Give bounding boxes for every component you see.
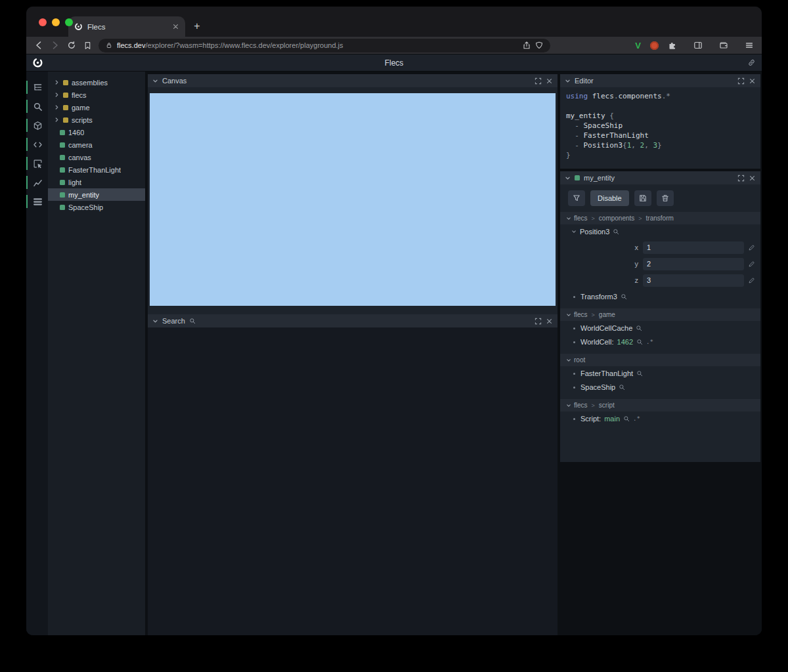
rail-button-chart[interactable] [26, 176, 48, 189]
tree-item-assemblies[interactable]: assemblies [48, 76, 145, 89]
chevron-down-icon[interactable] [566, 216, 571, 221]
back-button-icon[interactable] [34, 41, 43, 50]
tree-item-my_entity[interactable]: my_entity [48, 188, 145, 201]
address-bar[interactable]: flecs.dev/explorer/?wasm=https://www.fle… [98, 39, 550, 52]
forward-button-icon[interactable] [51, 41, 60, 50]
magnifier-icon[interactable] [636, 325, 642, 331]
share-link-icon[interactable] [747, 58, 756, 67]
zoom-window-button[interactable] [65, 18, 73, 26]
collapse-panel-icon[interactable] [565, 175, 571, 181]
app-title: Flecs [385, 58, 404, 68]
pencil-icon[interactable] [748, 244, 755, 251]
magnifier-icon[interactable] [636, 370, 643, 377]
chevron-right-icon[interactable] [54, 79, 60, 85]
chevron-right-icon[interactable] [54, 92, 60, 98]
entity-square-icon [60, 192, 65, 198]
collapse-panel-icon[interactable] [565, 78, 571, 84]
tree-item-scripts[interactable]: scripts [48, 114, 145, 126]
save-button[interactable] [634, 190, 651, 206]
close-panel-icon[interactable] [546, 318, 553, 325]
script-editor[interactable]: using flecs.components.* my_entity { - S… [560, 87, 760, 169]
close-panel-icon[interactable] [749, 175, 756, 182]
close-panel-icon[interactable] [749, 77, 756, 85]
inspector-section-header[interactable]: flecs>components>transform [560, 212, 760, 224]
tree-item-game[interactable]: game [48, 101, 145, 114]
chevron-right-icon[interactable] [54, 104, 60, 110]
inspector-section-header[interactable]: flecs>script [560, 399, 760, 411]
code-token: } [566, 151, 571, 159]
pencil-icon[interactable] [748, 261, 755, 268]
component-row[interactable]: Script:main.* [560, 411, 760, 425]
expand-panel-icon[interactable] [535, 318, 542, 325]
collapse-panel-icon[interactable] [152, 78, 158, 84]
field-input-x[interactable] [643, 242, 744, 254]
magnifier-icon[interactable] [621, 293, 627, 300]
rail-button-cube[interactable] [26, 119, 48, 132]
rail-button-code[interactable] [26, 138, 48, 151]
search-results-area[interactable] [148, 327, 558, 635]
extension-v-icon[interactable]: V [635, 41, 641, 50]
expand-panel-icon[interactable] [535, 77, 542, 85]
field-input-z[interactable] [643, 274, 744, 287]
tab-close-icon[interactable] [172, 23, 179, 30]
brave-shield-icon[interactable] [535, 41, 543, 49]
bookmark-sidebar-icon[interactable] [83, 41, 92, 50]
browser-tab[interactable]: Flecs [68, 16, 185, 37]
magnifier-icon[interactable] [613, 228, 619, 235]
menu-icon[interactable] [745, 41, 754, 50]
rail-button-stats[interactable] [26, 195, 48, 208]
tree-item-FasterThanLight[interactable]: FasterThanLight [48, 163, 145, 176]
sidebar-toggle-icon[interactable] [693, 41, 703, 50]
flecs-logo-icon[interactable] [32, 57, 43, 68]
magnifier-icon[interactable] [623, 415, 630, 422]
tree-item-SpaceShip[interactable]: SpaceShip [48, 201, 145, 213]
magnifier-icon[interactable] [619, 384, 625, 390]
close-panel-icon[interactable] [546, 77, 553, 85]
new-tab-button[interactable]: + [189, 18, 205, 34]
delete-button[interactable] [657, 190, 674, 206]
wallet-icon[interactable] [719, 41, 728, 50]
floppy-icon [639, 194, 647, 202]
extension-orange-icon[interactable] [650, 41, 659, 50]
component-row[interactable]: WorldCell:1462.* [560, 335, 760, 348]
pencil-icon[interactable] [748, 277, 755, 284]
expand-panel-icon[interactable] [737, 77, 745, 85]
field-input-y[interactable] [643, 258, 744, 270]
inspector-section-header[interactable]: flecs>game [560, 308, 760, 321]
rail-button-magnifier[interactable] [26, 100, 48, 113]
rail-button-tree-view[interactable] [26, 81, 48, 94]
tree-item-flecs[interactable]: flecs [48, 89, 145, 101]
chevron-down-icon[interactable] [566, 403, 571, 408]
share-icon[interactable] [523, 41, 531, 49]
search-panel-header: Search [148, 314, 558, 327]
inspector-toolbar: Disable [560, 190, 760, 207]
collapse-panel-icon[interactable] [152, 318, 158, 324]
tree-item-camera[interactable]: camera [48, 138, 145, 151]
component-row[interactable]: SpaceShip [560, 380, 760, 394]
app-body: assembliesflecsgamescripts1460cameracanv… [26, 72, 762, 635]
expand-panel-icon[interactable] [737, 175, 745, 182]
magnifier-icon[interactable] [636, 339, 643, 345]
chevron-down-icon[interactable] [566, 312, 571, 318]
chevron-right-icon[interactable] [54, 117, 60, 123]
tree-item-canvas[interactable]: canvas [48, 151, 145, 163]
close-window-button[interactable] [39, 18, 47, 26]
tree-item-label: my_entity [68, 191, 99, 199]
render-canvas[interactable] [150, 93, 556, 306]
component-row[interactable]: Position3 [560, 224, 760, 238]
reload-button-icon[interactable] [67, 41, 76, 50]
inspector-section-header[interactable]: root [560, 354, 760, 366]
minimize-window-button[interactable] [52, 18, 60, 26]
filter-button[interactable] [568, 190, 585, 206]
component-row[interactable]: Transform3 [560, 289, 760, 303]
extensions-puzzle-icon[interactable] [668, 41, 677, 50]
component-row[interactable]: WorldCellCache [560, 321, 760, 335]
chevron-down-icon[interactable] [566, 358, 571, 363]
disable-button[interactable]: Disable [590, 190, 629, 206]
component-row[interactable]: FasterThanLight [560, 366, 760, 380]
rail-button-inspect[interactable] [26, 157, 48, 170]
tree-item-label: 1460 [68, 129, 84, 136]
tree-item-light[interactable]: light [48, 176, 145, 188]
tree-item-1460[interactable]: 1460 [48, 126, 145, 138]
chevron-down-icon[interactable] [571, 229, 577, 234]
